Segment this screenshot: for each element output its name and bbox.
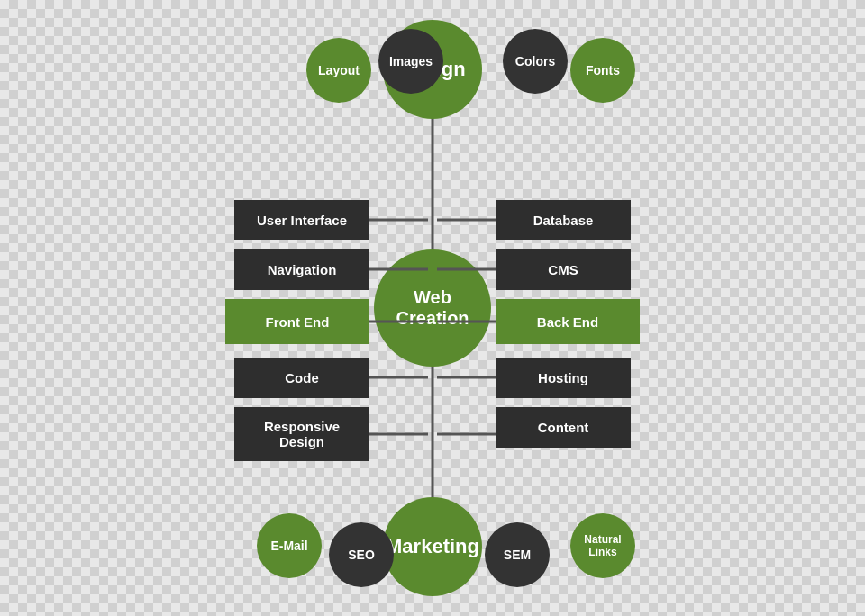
email-label: E-Mail bbox=[270, 539, 307, 553]
navigation-box: Navigation bbox=[234, 249, 369, 290]
naturallinks-circle: Natural Links bbox=[570, 513, 635, 578]
layout-circle: Layout bbox=[306, 38, 371, 103]
sem-circle: SEM bbox=[485, 522, 550, 587]
code-label: Code bbox=[285, 370, 319, 385]
naturallinks-label: Natural Links bbox=[570, 533, 635, 558]
hline-code bbox=[369, 376, 428, 379]
navigation-label: Navigation bbox=[268, 262, 337, 277]
hline-frontend bbox=[369, 321, 428, 323]
fonts-label: Fonts bbox=[586, 63, 620, 77]
web-creation-circle: WebCreation bbox=[374, 249, 491, 367]
colors-circle: Colors bbox=[503, 29, 568, 94]
hline-hosting bbox=[437, 376, 496, 379]
hline-content bbox=[437, 433, 496, 436]
frontend-box: Front End bbox=[225, 299, 369, 344]
backend-label: Back End bbox=[537, 314, 598, 330]
hline-responsive bbox=[369, 433, 428, 436]
responsive-label: Responsive Design bbox=[245, 419, 359, 449]
sem-label: SEM bbox=[504, 548, 531, 562]
colors-label: Colors bbox=[515, 54, 555, 68]
cms-label: CMS bbox=[548, 262, 578, 277]
hline-ui bbox=[369, 219, 428, 222]
hosting-box: Hosting bbox=[496, 358, 631, 398]
seo-circle: SEO bbox=[329, 522, 394, 587]
email-circle: E-Mail bbox=[257, 513, 322, 578]
diagram: Design Layout Images Colors Fonts WebCre… bbox=[180, 11, 685, 605]
user-interface-label: User Interface bbox=[257, 213, 347, 228]
layout-label: Layout bbox=[318, 63, 360, 77]
user-interface-box: User Interface bbox=[234, 200, 369, 240]
images-circle: Images bbox=[378, 29, 443, 94]
marketing-circle: Marketing bbox=[383, 497, 482, 596]
cms-box: CMS bbox=[496, 249, 631, 290]
seo-label: SEO bbox=[348, 548, 375, 562]
database-label: Database bbox=[533, 213, 594, 228]
backend-box: Back End bbox=[496, 299, 640, 344]
hosting-label: Hosting bbox=[538, 370, 588, 385]
hline-cms bbox=[437, 268, 496, 271]
images-label: Images bbox=[389, 54, 432, 68]
frontend-label: Front End bbox=[266, 314, 330, 330]
hline-nav bbox=[369, 268, 428, 271]
database-box: Database bbox=[496, 200, 631, 240]
content-box: Content bbox=[496, 407, 631, 448]
fonts-circle: Fonts bbox=[570, 38, 635, 103]
responsive-box: Responsive Design bbox=[234, 407, 369, 461]
hline-database bbox=[437, 219, 496, 222]
hline-backend bbox=[437, 321, 496, 323]
marketing-label: Marketing bbox=[386, 535, 479, 558]
content-label: Content bbox=[538, 420, 589, 435]
code-box: Code bbox=[234, 358, 369, 398]
